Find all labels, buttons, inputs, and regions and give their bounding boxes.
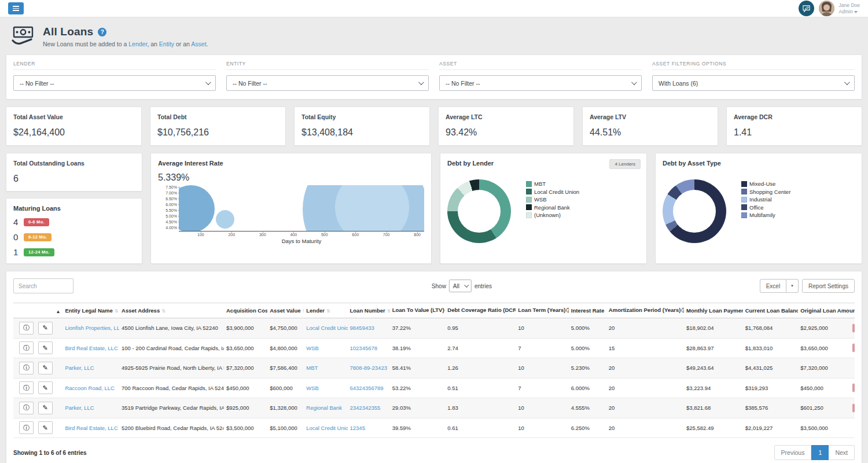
lender-link[interactable]: Local Credit Union (306, 425, 347, 431)
amortization-cell: 15 (606, 338, 684, 358)
ltv-cell: 37.22% (390, 318, 446, 339)
debt-by-asset-type-donut (663, 179, 726, 243)
user-menu[interactable]: Jane Doe Admin (839, 2, 860, 14)
entity-link[interactable]: Bird Real Estate, LLC (65, 345, 117, 351)
column-header[interactable]: Loan Number⇅ (348, 303, 390, 318)
loans-table-card: Show All entries Excel ▼ Report Settings (6, 271, 862, 463)
column-header[interactable]: Amortization Period (Years)ⓘ⇅ (606, 303, 684, 318)
kpi-card: Average DCR 1.41 (726, 106, 862, 146)
info-button[interactable]: ⓘ (19, 341, 34, 354)
info-button[interactable]: ⓘ (19, 402, 34, 414)
menu-button[interactable] (8, 2, 24, 14)
column-header[interactable]: Acquisition Cost⇅ (224, 303, 267, 318)
column-header[interactable]: Monthly Loan Payment⇅ (684, 303, 743, 318)
filter-select[interactable]: -- No Filter -- (13, 75, 216, 91)
next-button[interactable]: Next (829, 445, 855, 460)
legend-label: Industrial (749, 196, 772, 203)
column-header[interactable]: Loan To Value (LTV)ⓘ⇅ (390, 303, 446, 318)
column-header[interactable]: Asset Address⇅ (119, 303, 224, 318)
current-balance-cell: $4,431,025 (743, 358, 799, 379)
lender-link[interactable]: WSB (306, 345, 319, 351)
column-header[interactable]: Asset Value⇅ (267, 303, 304, 318)
kpi-value: $10,756,216 (157, 127, 278, 138)
filter-label: Asset Filtering Options (652, 61, 855, 70)
maturity-flag (852, 324, 855, 332)
excel-dropdown-button[interactable]: ▼ (786, 279, 799, 293)
avatar[interactable] (819, 1, 834, 16)
acquisition-cost-cell: $7,320,000 (224, 358, 267, 379)
ltv-cell: 53.22% (390, 378, 446, 398)
dcr-cell: 0.51 (445, 378, 516, 398)
dcr-cell: 2.74 (445, 338, 516, 358)
column-header[interactable]: Loan Term (Years)ⓘ⇅ (516, 303, 569, 318)
info-button[interactable]: ⓘ (19, 381, 34, 394)
edit-button[interactable]: ✎ (38, 402, 53, 414)
info-button[interactable]: ⓘ (19, 322, 34, 335)
filter-select[interactable]: With Loans (6) (652, 75, 855, 91)
loan-number-link[interactable]: 7808-89-23423 (350, 365, 387, 371)
chevron-down-icon (631, 79, 637, 85)
chat-button[interactable] (799, 1, 814, 16)
lender-link[interactable]: MBT (306, 365, 318, 371)
interest-rate-cell: 4.555% (569, 398, 606, 418)
top-navbar: Jane Doe Admin (0, 0, 868, 17)
page-title: All Loans (43, 25, 93, 38)
maturing-loans-card: Maturing Loans 4 0-6 Mo. 0 6-12 Mo. (6, 198, 142, 264)
amortization-cell: 20 (606, 398, 684, 418)
legend-label: Shopping Center (749, 189, 790, 195)
maturing-count: 4 (13, 217, 19, 227)
lender-link[interactable]: WSB (306, 385, 319, 391)
column-header[interactable]: Entity Legal Name⇅ (62, 303, 119, 318)
filter-select[interactable]: -- No Filter -- (226, 75, 429, 91)
search-input[interactable] (13, 278, 73, 293)
lender-link[interactable]: Local Credit Union (306, 325, 347, 331)
legend-swatch (741, 197, 747, 203)
column-header[interactable]: Interest Rate⇅ (569, 303, 606, 318)
lender-link[interactable]: Lender (128, 41, 147, 47)
original-amount-cell: $3,650,000 (800, 345, 828, 351)
info-button[interactable]: ⓘ (19, 362, 34, 374)
acquisition-cost-cell: $3,650,000 (224, 338, 267, 358)
interest-rate-cell: 5.000% (569, 318, 606, 339)
edit-button[interactable]: ✎ (38, 362, 53, 374)
chevron-down-icon (464, 282, 469, 287)
filter-select[interactable]: -- No Filter -- (439, 75, 642, 91)
loan-number-link[interactable]: 64324356789 (350, 385, 384, 391)
column-header[interactable]: Lender⇅ (304, 303, 347, 318)
column-header[interactable]: Debt Coverage Ratio (DCR)ⓘ⇅ (445, 303, 516, 318)
caret-down-icon (854, 11, 858, 13)
maturity-flag (852, 344, 855, 352)
maturing-row: 0 6-12 Mo. (13, 232, 135, 242)
page-1-button[interactable]: 1 (811, 445, 829, 460)
loan-number-link[interactable]: 98459433 (350, 325, 374, 331)
entries-select[interactable]: All (449, 280, 472, 292)
legend-label: Mixed-Use (749, 181, 775, 187)
legend-swatch (741, 181, 747, 187)
maturing-count: 0 (13, 232, 19, 242)
column-header[interactable]: Current Loan Balance⇅ (743, 303, 799, 318)
entity-link[interactable]: Lionfish Properties, LLC (65, 325, 119, 331)
loan-number-link[interactable]: 2342342355 (350, 405, 381, 411)
debt-by-asset-type-card: Debt by Asset Type Mixed-Use Shopping Ce… (655, 153, 862, 264)
previous-button[interactable]: Previous (774, 445, 812, 460)
entity-link[interactable]: Raccoon Road, LLC (65, 385, 115, 391)
edit-button[interactable]: ✎ (38, 341, 53, 354)
loan-number-link[interactable]: 102345678 (350, 345, 378, 351)
help-icon[interactable]: ? (98, 28, 106, 36)
edit-button[interactable]: ✎ (38, 381, 53, 394)
entity-link[interactable]: Parker, LLC (65, 365, 94, 371)
entity-link[interactable]: Entity (159, 41, 174, 47)
loan-number-link[interactable]: 12345 (350, 425, 365, 431)
kpi-value: $13,408,184 (301, 127, 422, 138)
report-settings-button[interactable]: Report Settings (802, 279, 855, 293)
column-header[interactable]: Original Loan Amount⇅ (798, 303, 855, 318)
asset-link[interactable]: Asset (191, 41, 206, 47)
info-button[interactable]: ⓘ (19, 421, 34, 434)
lender-link[interactable]: Regional Bank (306, 405, 342, 411)
entity-link[interactable]: Bird Real Estate, LLC (65, 425, 117, 431)
asset-address-cell: 700 Raccoon Road, Cedar Rapids, IA 52401 (119, 378, 224, 398)
entity-link[interactable]: Parker, LLC (65, 405, 94, 411)
edit-button[interactable]: ✎ (38, 421, 53, 434)
edit-button[interactable]: ✎ (38, 322, 53, 335)
excel-button[interactable]: Excel (760, 279, 786, 293)
